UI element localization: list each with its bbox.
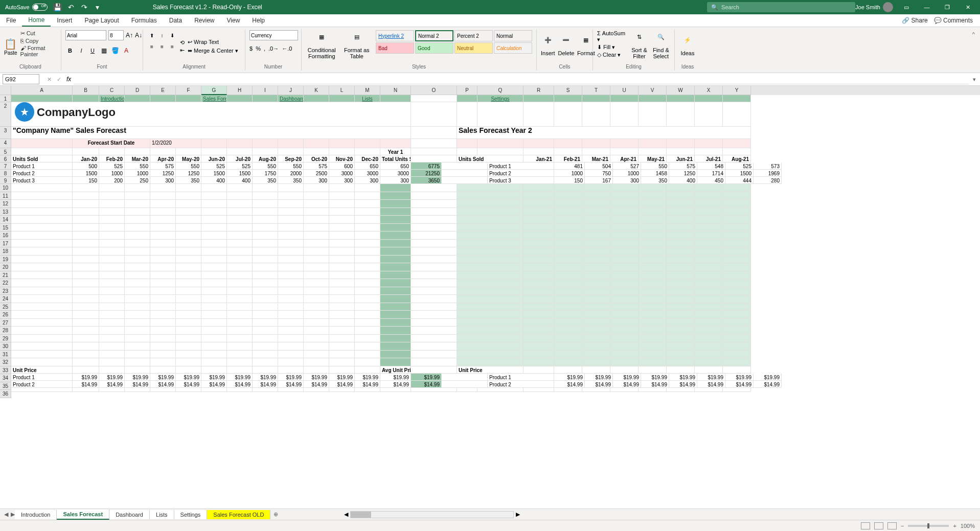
cell[interactable] [329,342,355,351]
cell[interactable] [99,263,125,271]
cell[interactable] [355,224,380,232]
cell[interactable] [554,335,582,343]
cell[interactable] [355,295,380,303]
cell[interactable]: $14.99 [329,381,355,388]
page-layout-view-icon[interactable] [874,522,883,529]
cell[interactable] [411,388,457,392]
cell[interactable]: 504 [585,163,613,170]
cell[interactable] [667,366,695,374]
cell[interactable] [176,216,201,224]
cell[interactable]: $14.99 [554,381,585,388]
cell[interactable] [523,102,554,127]
cell[interactable] [11,388,73,392]
row-header-22[interactable]: 22 [0,279,11,287]
cell[interactable] [695,335,723,343]
cell[interactable] [442,381,488,388]
zoom-out-icon[interactable]: − [901,523,904,529]
cell[interactable] [201,311,227,319]
expand-formula-bar-icon[interactable]: ▾ [969,76,980,83]
cell[interactable] [457,232,523,240]
cell[interactable] [278,240,304,248]
cell[interactable] [355,184,380,192]
cell[interactable] [253,335,278,343]
cell[interactable] [227,139,253,148]
cell[interactable]: $19.99 [73,374,99,381]
cell[interactable] [355,327,380,335]
cell[interactable] [355,358,380,366]
cell[interactable] [278,335,304,343]
cell[interactable] [73,327,99,335]
cell[interactable] [457,327,523,335]
cell[interactable]: $14.99 [99,381,125,388]
cell[interactable] [227,295,253,303]
cell[interactable] [150,95,176,102]
cell[interactable] [457,200,523,208]
col-header-C[interactable]: C [99,86,125,95]
cell[interactable] [99,232,125,240]
style-percent2[interactable]: Percent 2 [454,30,493,41]
cell[interactable]: 1500 [201,170,227,177]
cell[interactable] [304,366,329,374]
cell[interactable] [201,335,227,343]
sheet-tab-sales-forecast[interactable]: Sales Forecast [57,510,109,520]
cell[interactable] [253,303,278,311]
cell[interactable] [73,256,99,264]
cell[interactable]: 1500 [725,170,754,177]
cell[interactable]: Settings [477,95,523,102]
cell[interactable] [201,240,227,248]
cell[interactable]: $19.99 [585,374,613,381]
cell[interactable] [523,139,554,148]
cell[interactable] [176,263,201,271]
cell[interactable] [201,303,227,311]
fill-button[interactable]: ⬇ Fill ▾ [597,44,627,51]
row-header-17[interactable]: 17 [0,240,11,248]
page-break-view-icon[interactable] [887,522,897,529]
cell[interactable]: 300 [355,177,380,184]
underline-button[interactable]: U [88,45,97,56]
cell[interactable]: Dashboard [278,95,304,102]
cell[interactable] [99,247,125,256]
cell[interactable]: $19.99 [754,374,782,381]
col-header-U[interactable]: U [610,86,639,95]
cell[interactable] [639,224,667,232]
autosave-toggle[interactable]: Off [32,4,48,11]
cell[interactable] [227,327,253,335]
cell[interactable] [99,279,125,287]
cell[interactable] [227,342,253,351]
cell[interactable] [73,351,99,359]
cell[interactable] [227,224,253,232]
cell[interactable] [73,95,99,102]
cell[interactable] [457,342,523,351]
insert-cells-button[interactable]: ➕Insert [541,30,555,63]
style-normal2[interactable]: Normal 2 [415,30,453,41]
cell[interactable] [125,358,150,366]
cell[interactable] [695,192,723,200]
cell[interactable] [457,247,523,256]
cell[interactable] [723,232,751,240]
cell[interactable] [639,240,667,248]
tab-help[interactable]: Help [246,15,271,26]
cell[interactable] [125,263,150,271]
cell[interactable] [639,342,667,351]
cell[interactable] [201,366,227,374]
cell[interactable] [355,311,380,319]
cell[interactable] [457,287,523,295]
cell[interactable] [610,232,639,240]
cell[interactable] [355,232,380,240]
cell[interactable] [253,319,278,327]
cell[interactable] [304,319,329,327]
zoom-in-icon[interactable]: + [953,523,956,529]
cell[interactable] [523,216,554,224]
row-header-10[interactable]: 10 [0,184,11,192]
cell[interactable] [667,271,695,280]
worksheet-area[interactable]: ABCDEFGHIJKLMNOPQRSTUVWXY 12345678910111… [0,86,980,509]
cell[interactable] [639,295,667,303]
cell[interactable] [639,139,667,148]
row-header-36[interactable]: 36 [0,390,11,398]
cell[interactable] [227,216,253,224]
cell[interactable] [667,216,695,224]
cell[interactable] [329,366,355,374]
row-header-32[interactable]: 32 [0,358,11,366]
cell[interactable] [523,184,554,192]
cell[interactable] [411,184,457,192]
